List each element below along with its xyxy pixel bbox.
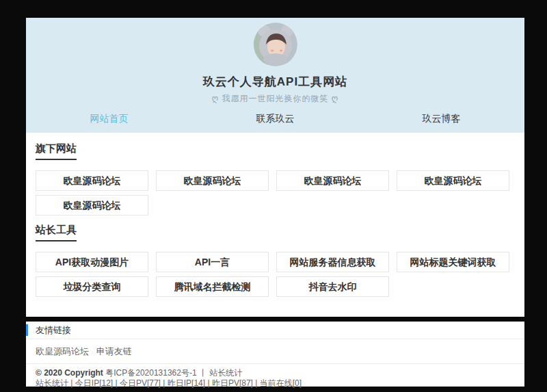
owned-site-button[interactable]: 欧皇源码论坛 — [276, 170, 389, 191]
owned-site-button[interactable]: 欧皇源码论坛 — [36, 195, 148, 215]
owned-sites-grid: 欧皇源码论坛 欧皇源码论坛 欧皇源码论坛 欧皇源码论坛 欧皇源码论坛 — [36, 170, 515, 215]
owned-site-button[interactable]: 欧皇源码论坛 — [156, 170, 269, 191]
site-footer: © 2020 Copyright 粤ICP备2020131362号-1 丨 站长… — [26, 364, 524, 389]
friend-link-ouhuang-forum[interactable]: 欧皇源码论坛 — [36, 346, 89, 356]
nav-item-contact[interactable]: 联系玖云 — [192, 105, 358, 133]
tool-button-douyin-watermark[interactable]: 抖音去水印 — [276, 276, 389, 297]
friend-links-header: 友情链接 — [26, 322, 524, 339]
stats-counter-link[interactable]: 站长统计 — [36, 378, 68, 388]
tool-button-tencent-domain-check[interactable]: 腾讯域名拦截检测 — [156, 276, 269, 297]
avatar — [254, 23, 297, 66]
section-heading-owned-sites: 旗下网站 — [36, 142, 77, 160]
main-nav: 网站首页 联系玖云 玖云博客 — [26, 105, 524, 133]
icp-number-link[interactable]: 粤ICP备2020131362号-1 — [105, 368, 196, 378]
page-background: 玖云个人导航API工具网站 ღ 我愿用一世阳光换你的微笑 ღ 网站首页 联系玖云… — [0, 0, 547, 392]
tool-button-title-keywords[interactable]: 网站标题关键词获取 — [397, 252, 509, 272]
nav-item-blog[interactable]: 玖云博客 — [358, 105, 524, 133]
nav-item-home[interactable]: 网站首页 — [26, 105, 192, 133]
copyright-line: © 2020 Copyright 粤ICP备2020131362号-1 丨 站长… — [36, 368, 515, 378]
site-header: 玖云个人导航API工具网站 ღ 我愿用一世阳光换你的微笑 ღ 网站首页 联系玖云… — [26, 18, 524, 133]
avatar-illustration — [254, 23, 297, 66]
footer-card: 友情链接 欧皇源码论坛 申请友链 © 2020 Copyright 粤ICP备2… — [26, 322, 524, 387]
main-card: 玖云个人导航API工具网站 ღ 我愿用一世阳光换你的微笑 ღ 网站首页 联系玖云… — [26, 18, 524, 317]
stats-detail: | 今日IP[12] | 今日PV[77] | 昨日IP[14] | 昨日PV[… — [70, 378, 302, 388]
stats-line: 站长统计 | 今日IP[12] | 今日PV[77] | 昨日IP[14] | … — [36, 378, 515, 389]
apply-friend-link[interactable]: 申请友链 — [96, 346, 132, 356]
copyright-text: © 2020 Copyright — [36, 368, 103, 378]
tool-button-server-info[interactable]: 网站服务器信息获取 — [276, 252, 389, 272]
site-title: 玖云个人导航API工具网站 — [203, 74, 347, 90]
friend-links-row: 欧皇源码论坛 申请友链 — [26, 339, 524, 364]
site-subtitle: ღ 我愿用一世阳光换你的微笑 ღ — [212, 93, 339, 105]
stats-link[interactable]: 站长统计 — [209, 368, 242, 378]
footer-separator: 丨 — [199, 368, 207, 378]
webmaster-tools-grid: API获取动漫图片 API一言 网站服务器信息获取 网站标题关键词获取 垃圾分类… — [36, 252, 515, 297]
tool-button-anime-image-api[interactable]: API获取动漫图片 — [36, 252, 148, 272]
tool-button-garbage-sorting[interactable]: 垃圾分类查询 — [36, 276, 148, 297]
tool-button-hitokoto-api[interactable]: API一言 — [156, 252, 269, 272]
owned-site-button[interactable]: 欧皇源码论坛 — [36, 170, 148, 191]
content-area: 旗下网站 欧皇源码论坛 欧皇源码论坛 欧皇源码论坛 欧皇源码论坛 欧皇源码论坛 … — [26, 133, 524, 317]
owned-site-button[interactable]: 欧皇源码论坛 — [397, 170, 509, 191]
friend-links-heading: 友情链接 — [36, 325, 71, 335]
section-heading-webmaster-tools: 站长工具 — [36, 224, 77, 241]
accent-bar — [26, 324, 28, 336]
